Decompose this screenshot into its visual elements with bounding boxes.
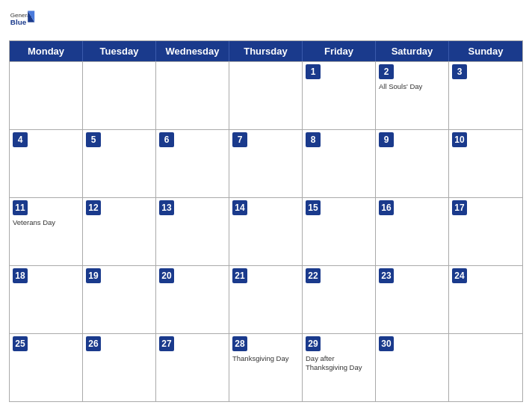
header: General Blue — [9, 7, 523, 34]
day-number: 8 — [306, 132, 321, 147]
day-number: 6 — [159, 132, 174, 147]
day-number: 14 — [232, 200, 247, 215]
event-label: Day after Thanksgiving Day — [306, 354, 372, 373]
day-number: 10 — [452, 132, 467, 147]
table-row: 13 — [156, 198, 229, 265]
day-number: 4 — [13, 132, 28, 147]
table-row: 9 — [376, 130, 449, 197]
day-number: 1 — [306, 64, 321, 79]
day-number: 11 — [13, 200, 28, 215]
week-row-5: 25262728Thanksgiving Day29Day after Than… — [10, 333, 522, 401]
table-row: 12 — [83, 198, 156, 265]
table-row — [10, 62, 83, 129]
col-saturday: Saturday — [376, 41, 449, 61]
day-number: 7 — [232, 132, 247, 147]
table-row: 30 — [376, 334, 449, 401]
day-number: 24 — [452, 268, 467, 283]
table-row: 26 — [83, 334, 156, 401]
table-row: 28Thanksgiving Day — [229, 334, 303, 401]
table-row — [449, 334, 522, 401]
week-row-1: 12All Souls' Day3 — [10, 61, 522, 129]
day-number: 30 — [379, 336, 394, 351]
col-tuesday: Tuesday — [83, 41, 156, 61]
table-row: 10 — [449, 130, 522, 197]
table-row: 2All Souls' Day — [376, 62, 449, 129]
day-number: 2 — [379, 64, 394, 79]
day-number: 29 — [306, 336, 321, 351]
calendar-grid: Monday Tuesday Wednesday Thursday Friday… — [9, 40, 523, 402]
col-monday: Monday — [10, 41, 83, 61]
table-row: 25 — [10, 334, 83, 401]
col-thursday: Thursday — [229, 41, 303, 61]
table-row: 27 — [156, 334, 229, 401]
day-number: 9 — [379, 132, 394, 147]
table-row: 11Veterans Day — [10, 198, 83, 265]
table-row: 8 — [303, 130, 376, 197]
event-label: All Souls' Day — [379, 82, 445, 91]
day-number: 17 — [452, 200, 467, 215]
day-number: 18 — [13, 268, 28, 283]
calendar-body: 12All Souls' Day34567891011Veterans Day1… — [10, 61, 522, 401]
table-row — [83, 62, 156, 129]
table-row: 4 — [10, 130, 83, 197]
col-sunday: Sunday — [449, 41, 522, 61]
week-row-3: 11Veterans Day121314151617 — [10, 197, 522, 265]
table-row: 16 — [376, 198, 449, 265]
day-number: 3 — [452, 64, 467, 79]
table-row: 3 — [449, 62, 522, 129]
calendar-container: General Blue Monday Tuesday Wednesday Th… — [0, 0, 532, 411]
table-row — [156, 62, 229, 129]
table-row: 14 — [229, 198, 303, 265]
day-number: 13 — [159, 200, 174, 215]
event-label: Thanksgiving Day — [232, 354, 299, 363]
svg-text:Blue: Blue — [10, 18, 27, 26]
day-number: 20 — [159, 268, 174, 283]
table-row: 6 — [156, 130, 229, 197]
day-number: 27 — [159, 336, 174, 351]
table-row: 24 — [449, 266, 522, 333]
generalblue-logo-icon: General Blue — [9, 7, 36, 34]
table-row: 5 — [83, 130, 156, 197]
week-row-2: 45678910 — [10, 129, 522, 197]
day-number: 19 — [86, 268, 101, 283]
day-number: 22 — [306, 268, 321, 283]
col-wednesday: Wednesday — [156, 41, 229, 61]
day-number: 16 — [379, 200, 394, 215]
table-row — [229, 62, 303, 129]
day-number: 23 — [379, 268, 394, 283]
table-row: 7 — [229, 130, 303, 197]
day-number: 15 — [306, 200, 321, 215]
day-number: 26 — [86, 336, 101, 351]
logo: General Blue — [9, 7, 36, 34]
day-number: 5 — [86, 132, 101, 147]
event-label: Veterans Day — [13, 218, 79, 227]
day-number: 21 — [232, 268, 247, 283]
day-number: 12 — [86, 200, 101, 215]
col-friday: Friday — [303, 41, 376, 61]
day-number: 25 — [13, 336, 28, 351]
table-row: 29Day after Thanksgiving Day — [303, 334, 376, 401]
table-row: 18 — [10, 266, 83, 333]
table-row: 19 — [83, 266, 156, 333]
table-row: 21 — [229, 266, 303, 333]
day-number: 28 — [232, 336, 247, 351]
table-row: 1 — [303, 62, 376, 129]
table-row: 23 — [376, 266, 449, 333]
week-row-4: 18192021222324 — [10, 265, 522, 333]
table-row: 22 — [303, 266, 376, 333]
table-row: 20 — [156, 266, 229, 333]
calendar-header-row: Monday Tuesday Wednesday Thursday Friday… — [10, 41, 522, 61]
table-row: 17 — [449, 198, 522, 265]
table-row: 15 — [303, 198, 376, 265]
